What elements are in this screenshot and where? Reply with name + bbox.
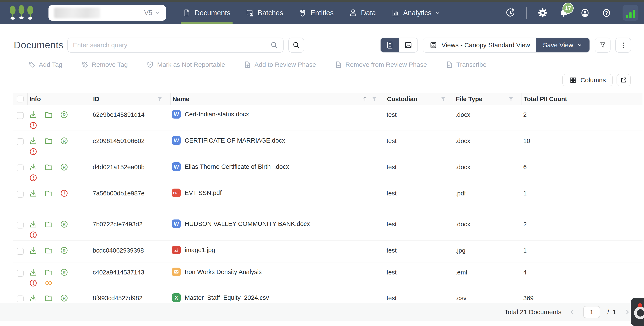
header-id[interactable]: ID <box>91 93 170 105</box>
folder-icon[interactable] <box>44 219 54 229</box>
alert-icon[interactable] <box>28 278 38 288</box>
name-cell[interactable]: W Elias Thorne Certificate of Birth_.doc… <box>170 157 385 171</box>
table-row[interactable]: 7a56b00db1e987e PDF EVT SSN.pdf test .pd… <box>13 183 642 214</box>
table-row[interactable]: c402a9414537143 Iron Works Density Analy… <box>13 262 642 288</box>
folder-icon[interactable] <box>44 136 54 146</box>
download-icon[interactable] <box>28 219 38 229</box>
alert-icon[interactable] <box>60 189 69 198</box>
download-icon[interactable] <box>28 293 38 303</box>
image-view-button[interactable] <box>399 38 418 52</box>
profile-icon[interactable] <box>580 8 590 18</box>
folder-icon[interactable] <box>44 246 54 255</box>
table-row[interactable]: bcdc04062939398 image1.jpg test .jpg 1 <box>13 240 642 262</box>
row-checkbox[interactable] <box>17 295 24 302</box>
filter-funnel-icon[interactable] <box>157 96 162 102</box>
reportable-badge-icon[interactable] <box>60 136 69 146</box>
alert-icon[interactable] <box>28 147 38 156</box>
row-checkbox[interactable] <box>17 248 24 255</box>
download-icon[interactable] <box>28 189 38 198</box>
tab-entities[interactable]: Entities <box>298 2 334 24</box>
filter-funnel-icon[interactable] <box>372 96 377 102</box>
list-view-button[interactable] <box>380 38 399 52</box>
row-checkbox[interactable] <box>17 165 24 171</box>
help-icon[interactable] <box>601 8 612 18</box>
name-cell[interactable]: X Master_Staff_Equity_2024.csv <box>170 288 385 302</box>
name-cell[interactable]: W Cert-Indian-status.docx <box>170 105 385 119</box>
alert-icon[interactable] <box>28 121 38 130</box>
name-cell[interactable]: PDF EVT SSN.pdf <box>170 183 385 197</box>
reportable-badge-icon[interactable] <box>60 268 69 277</box>
header-file-type[interactable]: File Type <box>454 93 522 105</box>
download-icon[interactable] <box>28 136 38 146</box>
row-checkbox[interactable] <box>17 270 24 277</box>
table-row[interactable]: 62e9be145891d14 W Cert-Indian-status.doc… <box>13 105 642 131</box>
download-icon[interactable] <box>28 268 38 277</box>
gear-icon[interactable] <box>538 8 548 18</box>
add-tag-button[interactable]: Add Tag <box>28 61 62 68</box>
header-pii-count[interactable]: Total PII Count <box>522 93 642 105</box>
alert-icon[interactable] <box>28 230 38 240</box>
name-cell[interactable]: W HUDSON VALLEY COMMUNITY BANK.docx <box>170 214 385 228</box>
tab-documents[interactable]: Documents <box>183 2 230 24</box>
current-page-input[interactable]: 1 <box>583 306 600 318</box>
tab-analytics[interactable]: Analytics <box>391 2 441 24</box>
tab-batches[interactable]: Batches <box>246 2 283 24</box>
save-view-button[interactable]: Save View <box>536 38 590 52</box>
folder-icon[interactable] <box>44 110 54 119</box>
download-icon[interactable] <box>28 162 38 172</box>
remove-tag-button[interactable]: Remove Tag <box>81 61 128 68</box>
row-checkbox[interactable] <box>17 138 24 145</box>
folder-icon[interactable] <box>44 293 54 303</box>
reportable-badge-icon[interactable] <box>60 293 69 303</box>
header-custodian[interactable]: Custodian <box>385 93 454 105</box>
notifications-button[interactable]: 17 <box>558 8 569 18</box>
name-cell[interactable]: Iron Works Density Analysis <box>170 262 385 276</box>
remove-from-review-phase-button[interactable]: Remove from Review Phase <box>335 61 427 68</box>
search-icon[interactable] <box>270 41 278 49</box>
reportable-badge-icon[interactable] <box>60 219 69 229</box>
name-cell[interactable]: W CERTIFICATE OF MARRIAGE.docx <box>170 131 385 145</box>
download-icon[interactable] <box>28 110 38 119</box>
reportable-badge-icon[interactable] <box>60 246 69 255</box>
header-name[interactable]: Name <box>170 93 385 105</box>
row-checkbox[interactable] <box>17 112 24 119</box>
export-button[interactable] <box>616 74 631 86</box>
tab-data[interactable]: Data <box>349 2 376 24</box>
name-cell[interactable]: image1.jpg <box>170 240 385 254</box>
download-icon[interactable] <box>28 246 38 255</box>
previous-page-icon[interactable] <box>569 308 576 316</box>
more-options-button[interactable] <box>615 38 631 53</box>
matter-selector[interactable]: V5 <box>48 5 166 21</box>
filter-button[interactable] <box>595 38 610 53</box>
chevron-down-icon[interactable] <box>155 10 160 16</box>
reportable-badge-icon[interactable] <box>60 110 69 119</box>
folder-icon[interactable] <box>44 162 54 172</box>
add-to-review-phase-button[interactable]: Add to Review Phase <box>244 61 316 68</box>
row-checkbox[interactable] <box>17 222 24 228</box>
table-row[interactable]: e20961450106602 W CERTIFICATE OF MARRIAG… <box>13 131 642 157</box>
search-button[interactable] <box>288 38 304 53</box>
table-row[interactable]: 8f993cd4527d982 X Master_Staff_Equity_20… <box>13 288 642 303</box>
sort-ascending-icon[interactable] <box>362 96 368 102</box>
alert-icon[interactable] <box>28 173 38 183</box>
search-input[interactable] <box>72 41 270 49</box>
next-page-icon[interactable] <box>624 308 631 316</box>
table-row[interactable]: 7b0722cfe7493d2 W HUDSON VALLEY COMMUNIT… <box>13 214 642 240</box>
views-dropdown[interactable]: Views - Canopy Standard View <box>423 38 536 52</box>
infinity-icon[interactable] <box>44 278 54 288</box>
folder-icon[interactable] <box>44 268 54 277</box>
columns-button[interactable]: Columns <box>562 74 613 86</box>
select-all-checkbox[interactable] <box>17 96 24 102</box>
analytics-app-icon[interactable] <box>622 5 638 21</box>
header-info[interactable]: Info <box>27 93 91 105</box>
floating-helper-widget[interactable] <box>631 298 644 326</box>
reportable-badge-icon[interactable] <box>60 162 69 172</box>
transcribe-button[interactable]: Transcribe <box>446 61 486 68</box>
filter-funnel-icon[interactable] <box>440 96 446 102</box>
row-checkbox[interactable] <box>17 191 24 198</box>
table-row[interactable]: d4d021a152ea08b W Elias Thorne Certifica… <box>13 157 642 183</box>
filter-funnel-icon[interactable] <box>508 96 514 102</box>
history-icon[interactable] <box>505 8 516 18</box>
mark-not-reportable-button[interactable]: Mark as Not Reportable <box>146 61 225 68</box>
folder-icon[interactable] <box>44 189 54 198</box>
